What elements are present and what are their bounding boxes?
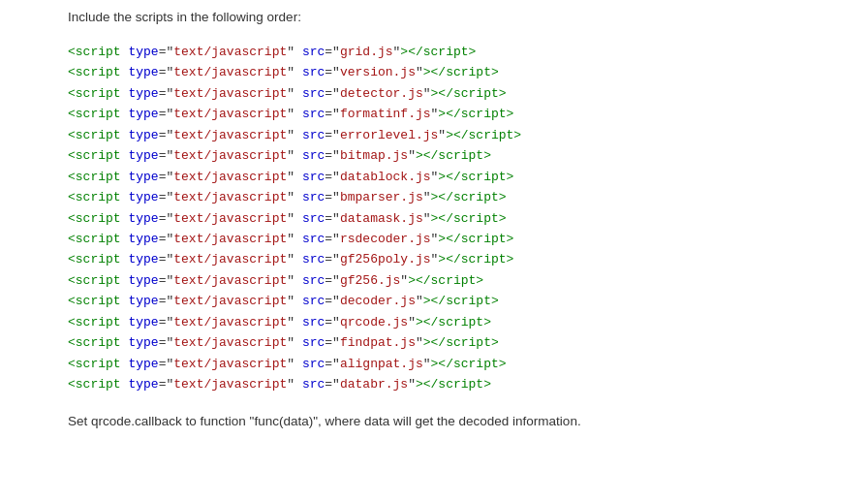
intro-text: Include the scripts in the following ord… — [68, 10, 800, 24]
script-line: <script type="text/javascript" src="bitm… — [68, 145, 800, 166]
script-line: <script type="text/javascript" src="form… — [68, 104, 800, 124]
script-line: <script type="text/javascript" src="erro… — [68, 125, 800, 145]
script-line: <script type="text/javascript" src="alig… — [68, 354, 800, 374]
main-content: Include the scripts in the following ord… — [0, 10, 868, 428]
script-line: <script type="text/javascript" src="dete… — [68, 83, 800, 104]
scripts-block: <script type="text/javascript" src="grid… — [68, 42, 800, 394]
script-line: <script type="text/javascript" src="grid… — [68, 42, 800, 62]
script-line: <script type="text/javascript" src="data… — [68, 208, 800, 229]
script-line: <script type="text/javascript" src="data… — [68, 167, 800, 187]
script-line: <script type="text/javascript" src="gf25… — [68, 270, 800, 291]
script-line: <script type="text/javascript" src="find… — [68, 332, 800, 353]
script-line: <script type="text/javascript" src="gf25… — [68, 249, 800, 269]
script-line: <script type="text/javascript" src="deco… — [68, 291, 800, 311]
script-line: <script type="text/javascript" src="rsde… — [68, 229, 800, 249]
script-line: <script type="text/javascript" src="bmpa… — [68, 187, 800, 207]
script-line: <script type="text/javascript" src="data… — [68, 374, 800, 394]
script-line: <script type="text/javascript" src="qrco… — [68, 312, 800, 332]
script-line: <script type="text/javascript" src="vers… — [68, 62, 800, 82]
footer-text: Set qrcode.callback to function "func(da… — [68, 414, 800, 428]
